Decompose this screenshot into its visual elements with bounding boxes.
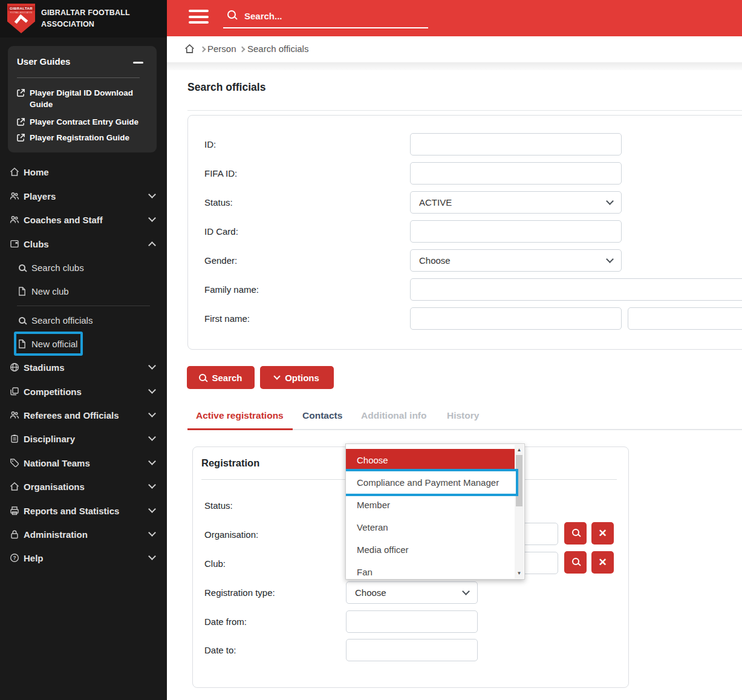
dropdown-option-media-officer[interactable]: Media officer [346, 538, 516, 561]
breadcrumb-home-icon[interactable] [184, 44, 195, 56]
sidebar-item-clubs[interactable]: Clubs [0, 234, 167, 254]
svg-text:?: ? [13, 555, 16, 561]
chevron-down-icon [148, 481, 156, 489]
club-search-button[interactable] [564, 551, 587, 574]
players-icon [9, 191, 19, 201]
annotation-box-new-official [14, 332, 83, 356]
organisation-search-button[interactable] [564, 522, 587, 545]
guide-link-label: Player Registration Guide [30, 132, 129, 145]
status-select[interactable]: ACTIVE [410, 191, 622, 214]
breadcrumb-separator [200, 47, 206, 53]
org-name: GIBRALTAR FOOTBALL ASSOCIATION [41, 7, 150, 30]
dropdown-option-choose[interactable]: Choose [346, 449, 516, 471]
sidebar-item-administration[interactable]: Administration [0, 524, 167, 545]
logo-text: GIBRALTAR [8, 6, 34, 11]
sidebar-item-coaches-and-staff[interactable]: Coaches and Staff [0, 209, 167, 230]
referees-icon [9, 410, 19, 420]
chevron-down-icon [462, 587, 470, 595]
date-from-field[interactable] [346, 610, 478, 633]
new-file-icon [17, 287, 27, 296]
dropdown-option-member[interactable]: Member [346, 494, 516, 516]
id-field[interactable] [410, 133, 622, 155]
guide-link-registration[interactable]: Player Registration Guide [17, 132, 149, 145]
search-icon [199, 373, 206, 383]
scroll-down-arrow[interactable]: ▼ [515, 571, 524, 576]
tab-additional-info[interactable]: Additional info [361, 410, 426, 421]
search-icon [227, 10, 236, 21]
organisation-clear-button[interactable]: ✕ [591, 522, 614, 545]
guide-link-label: Player Contract Entry Guide [30, 116, 138, 129]
id-label: ID: [204, 139, 216, 149]
fifa-id-label: FIFA ID: [204, 168, 237, 178]
search-underline [223, 27, 428, 28]
brand-header: GIBRALTAR FOOTBALL ASSOCIATION GIBRALTAR… [0, 0, 167, 38]
breadcrumb: Person Search officials [167, 36, 742, 62]
status-dropdown-list: Choose Compliance and Payment Manager Me… [345, 443, 525, 580]
sidebar-item-disciplinary[interactable]: Disciplinary [0, 428, 167, 449]
breadcrumb-separator [239, 47, 246, 53]
date-to-field[interactable] [346, 639, 478, 661]
sidebar-item-home[interactable]: Home [0, 162, 167, 182]
sidebar-item-stadiums[interactable]: Stadiums [0, 357, 167, 378]
sidebar-item-competitions[interactable]: Competitions [0, 381, 167, 402]
top-header [167, 0, 742, 36]
dropdown-scrollbar[interactable]: ▲ ▼ [515, 445, 524, 578]
breadcrumb-item-search-officials[interactable]: Search officials [247, 44, 308, 54]
gender-select[interactable]: Choose [410, 249, 622, 272]
sidebar-item-new-club[interactable]: New club [0, 281, 167, 301]
sidebar-item-search-clubs[interactable]: Search clubs [0, 257, 167, 278]
reports-icon [9, 506, 19, 515]
external-link-icon [17, 133, 25, 145]
tab-contacts[interactable]: Contacts [302, 410, 342, 421]
guide-link-player-digital-id[interactable]: Player Digital ID Download Guide [17, 87, 149, 110]
chevron-down-icon [148, 214, 156, 222]
collapse-minus-icon[interactable] [133, 62, 143, 64]
user-guides-panel: User Guides Player Digital ID Download G… [8, 46, 157, 152]
sidebar-item-reports-and-statistics[interactable]: Reports and Statistics [0, 500, 167, 521]
gender-label: Gender: [204, 255, 237, 266]
hamburger-icon[interactable] [189, 10, 209, 24]
coaches-icon [9, 215, 19, 224]
active-tab-underline [187, 428, 293, 430]
search-icon [17, 264, 27, 271]
search-icon [572, 558, 579, 567]
chevron-down-icon [148, 191, 156, 198]
first-name-field[interactable] [410, 307, 622, 330]
first-name-label: First name: [204, 313, 250, 324]
search-button[interactable]: Search [187, 366, 255, 389]
tab-history[interactable]: History [447, 410, 479, 421]
dropdown-option-compliance-and-payment-manager[interactable]: Compliance and Payment Manager [346, 471, 516, 494]
external-link-icon [17, 88, 25, 110]
tab-active-registrations[interactable]: Active registrations [196, 410, 284, 421]
chevron-down-icon [148, 529, 156, 537]
breadcrumb-item-person[interactable]: Person [207, 44, 236, 54]
family-name-field[interactable] [410, 278, 742, 301]
sidebar-item-players[interactable]: Players [0, 186, 167, 206]
sidebar-item-help[interactable]: ? Help [0, 548, 167, 568]
gfa-logo[interactable]: GIBRALTAR FOOTBALL ASSOCIATION [7, 4, 35, 33]
guide-link-contract-entry[interactable]: Player Contract Entry Guide [17, 116, 149, 129]
id-card-label: ID Card: [204, 226, 238, 237]
registration-type-select[interactable]: Choose [346, 581, 478, 604]
organisation-label: Organisation: [204, 529, 258, 540]
club-clear-button[interactable]: ✕ [591, 551, 614, 574]
dropdown-option-fan[interactable]: Fan [346, 561, 516, 580]
registration-title: Registration [201, 457, 259, 469]
user-guides-title: User Guides [17, 56, 70, 67]
clubs-icon [9, 239, 19, 249]
family-name-label: Family name: [204, 284, 259, 295]
fifa-id-field[interactable] [410, 162, 622, 185]
options-button[interactable]: Options [260, 366, 334, 389]
chevron-down-icon [148, 552, 156, 560]
scroll-up-arrow[interactable]: ▲ [515, 447, 524, 453]
sidebar-item-search-officials[interactable]: Search officials [0, 310, 167, 330]
divider [17, 306, 150, 306]
dropdown-option-veteran[interactable]: Veteran [346, 516, 516, 538]
sidebar-item-organisations[interactable]: Organisations [0, 476, 167, 497]
global-search-input[interactable] [244, 7, 426, 24]
first-name-secondary-field[interactable] [628, 307, 742, 330]
id-card-field[interactable] [410, 220, 622, 243]
sidebar-item-referees-and-officials[interactable]: Referees and Officials [0, 405, 167, 425]
sidebar-item-national-teams[interactable]: National Teams [0, 453, 167, 473]
scrollbar-thumb[interactable] [516, 455, 522, 506]
